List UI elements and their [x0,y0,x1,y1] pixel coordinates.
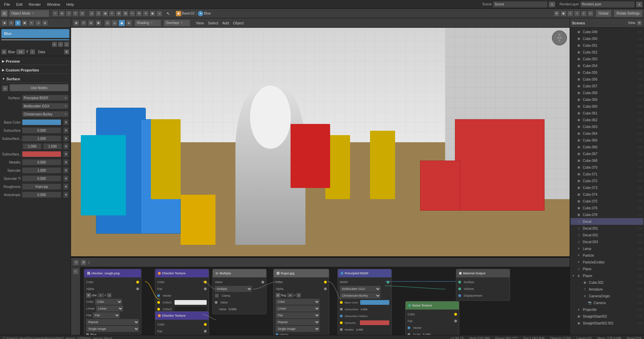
scene-item[interactable]: ▣Cube.053○○ [571,56,643,62]
node-finger[interactable]: 🖼 finger.jpg Color Alpha ⊞ [273,269,329,335]
scene-item[interactable]: ▣Cube.065○○ [571,137,643,144]
node-img-num[interactable]: 3 [97,293,104,298]
scene-cam-icon[interactable]: ○ [640,145,642,149]
vp-add-menu[interactable]: Add [221,21,230,25]
scene-item[interactable]: ▣Cube.066○○ [571,144,643,150]
shade-render[interactable]: ⊕ [125,20,132,26]
pbsdf-dist-select[interactable]: Multiscatter GGX [340,286,381,292]
node-single-select[interactable]: Single Image [86,326,139,332]
panel-icon-1[interactable]: ◉ [1,20,7,26]
scene-item[interactable]: ◇Decal.001○○ [571,225,643,232]
scene-item[interactable]: ▣Cube.074○○ [571,191,643,198]
finger-single-select[interactable]: Single Image [276,326,320,332]
subsurface-arrow[interactable]: ▼ [63,127,69,133]
scene-cam-icon[interactable]: ○ [640,213,642,216]
panel-icon-7[interactable]: ◈ [42,20,48,26]
toolbar-icon-8[interactable]: ◉ [102,10,108,17]
scene-item[interactable]: ▣Cube.075○○ [571,198,643,205]
scene-item[interactable]: ▣StraightStair002.001○○ [571,320,643,326]
scene-eye-icon[interactable]: ○ [638,125,639,128]
plus-btn[interactable]: + [52,42,57,47]
pbsdf-base-swatch[interactable] [360,300,389,305]
scene-item[interactable]: ◻Plane○○ [571,266,643,272]
toolbar-icon-12[interactable]: ✂ [129,10,135,17]
scene-cam-icon[interactable]: ○ [640,71,642,74]
global-btn[interactable]: Global [596,10,612,17]
mat-num[interactable]: 12 [16,49,25,55]
base-color-swatch[interactable] [22,119,61,125]
scene-cam-icon[interactable]: ○ [640,308,642,311]
scene-eye-icon[interactable]: ○ [638,105,639,108]
header-icon-r1[interactable]: ⊞ [554,10,560,17]
scene-cam-icon[interactable]: ○ [640,294,642,298]
right-settings-icon[interactable]: ⚙ [637,20,642,26]
scene-item[interactable]: 📷Camera○○ [571,299,643,306]
scene-eye-icon[interactable]: ○ [638,267,639,271]
scene-cam-icon[interactable]: ○ [640,64,642,67]
node-icon-2[interactable]: ⊞ [80,259,87,266]
scene-eye-icon[interactable]: ○ [638,132,639,135]
scene-cam-icon[interactable]: ○ [640,159,642,162]
scene-eye-icon[interactable]: ○ [638,247,639,250]
header-icon-r4[interactable]: Y [574,10,580,17]
scene-item[interactable]: ▣Cube.057○○ [571,83,643,89]
finger-color-select[interactable]: Color [276,299,320,305]
specular-arrow[interactable]: ▼ [63,167,69,173]
scene-cam-icon[interactable]: ○ [640,288,642,291]
scene-cam-icon[interactable]: ○ [640,254,642,257]
scene-cam-icon[interactable]: ○ [640,206,642,210]
scene-eye-icon[interactable]: ○ [638,166,639,169]
node-color-select[interactable]: Color [95,299,122,305]
scene-eye-icon[interactable]: ○ [638,30,639,34]
surface-dropdown[interactable]: Principled BSDF ▼ [22,95,69,101]
scene-eye-icon[interactable]: ○ [638,254,639,257]
renderlayer-input[interactable]: RenderLayer [580,1,635,7]
mat-x-btn[interactable]: × [30,49,35,55]
clamp-checkbox[interactable] [215,294,219,298]
vc-nav[interactable]: NW ES [552,30,567,45]
scene-eye-icon[interactable]: ○ [638,172,639,176]
specular-ti-val[interactable]: 0.000 [22,175,61,182]
scene-item[interactable]: ◇Decal○○ [571,218,643,225]
scene-item[interactable]: ▣Cube.051○○ [571,42,643,49]
panel-icon-3[interactable]: ● [15,20,21,26]
scene-cam-icon[interactable]: ○ [640,37,642,40]
scene-eye-icon[interactable]: ○ [638,281,639,284]
toolbar-icon-5[interactable]: ⊡ [79,10,85,17]
vp-select-menu[interactable]: Select [207,21,220,25]
scene-cam-icon[interactable]: ○ [640,233,642,237]
scene-cam-icon[interactable]: ○ [640,321,642,325]
header-icon-r3[interactable]: X [567,10,573,17]
vp-icon-2[interactable]: ⊙ [80,20,87,26]
toolbar-icon-1[interactable]: ↖ [52,10,58,17]
scene-close[interactable]: × [549,1,555,7]
use-nodes-icon[interactable]: ⊙ [2,85,8,91]
scene-item[interactable]: ⊕CameraOrigin○○ [571,293,643,299]
scene-eye-icon[interactable]: ○ [638,111,639,115]
scene-eye-icon[interactable]: ○ [638,240,639,243]
vp-object-menu[interactable]: Object [232,21,245,25]
anisotropic-val[interactable]: 0.000 [22,192,61,198]
scene-eye-icon[interactable]: ○ [638,50,639,54]
use-nodes-btn[interactable]: Use Nodes [9,84,69,91]
node-matout[interactable]: Material Output Surface Volume [456,269,510,301]
scene-cam-icon[interactable]: ○ [640,44,642,47]
scene-item[interactable]: ▣Cube.070○○ [571,164,643,171]
distribution-dropdown[interactable]: Multiscatter GGX ▼ [22,103,69,109]
mat-expand-btn[interactable]: ▼ [64,49,69,55]
scene-cam-icon[interactable]: ○ [640,179,642,183]
scene-cam-icon[interactable]: ○ [640,315,642,318]
shading-dropdown[interactable]: Shading ▼ [134,19,161,27]
scene-item[interactable]: ◇Decal.002○○ [571,232,643,238]
scene-eye-icon[interactable]: ○ [638,193,639,196]
scene-eye-icon[interactable]: ○ [638,288,639,291]
subsurface-val2-arrow[interactable]: ▼ [63,135,69,142]
scene-cam-icon[interactable]: ○ [640,57,642,61]
scene-cam-icon[interactable]: ○ [640,247,642,250]
node-flat-select[interactable]: Flat [93,312,120,318]
minus-btn[interactable]: − [58,42,63,47]
shade-solid[interactable]: ◎ [111,20,118,26]
scene-eye-icon[interactable]: ○ [638,294,639,298]
scene-eye-icon[interactable]: ○ [638,260,639,264]
scene-item[interactable]: ✦ParticleEmitter○○ [571,259,643,266]
